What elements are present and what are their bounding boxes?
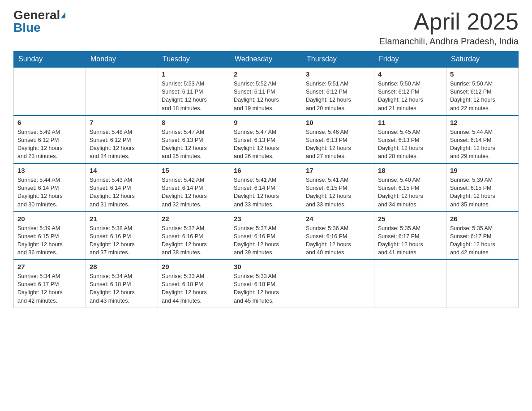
calendar-cell: 4Sunrise: 5:50 AM Sunset: 6:12 PM Daylig… <box>374 67 446 116</box>
day-number: 20 <box>17 215 82 223</box>
weekday-header-saturday: Saturday <box>446 51 519 68</box>
day-info: Sunrise: 5:38 AM Sunset: 6:16 PM Dayligh… <box>90 224 154 257</box>
calendar-cell: 27Sunrise: 5:34 AM Sunset: 6:17 PM Dayli… <box>14 260 86 308</box>
weekday-header-wednesday: Wednesday <box>230 51 302 68</box>
day-info: Sunrise: 5:43 AM Sunset: 6:14 PM Dayligh… <box>90 176 154 209</box>
day-info: Sunrise: 5:52 AM Sunset: 6:11 PM Dayligh… <box>234 80 298 112</box>
weekday-header-monday: Monday <box>86 51 158 68</box>
calendar-cell: 12Sunrise: 5:44 AM Sunset: 6:14 PM Dayli… <box>446 116 519 164</box>
day-info: Sunrise: 5:37 AM Sunset: 6:16 PM Dayligh… <box>162 224 226 257</box>
day-number: 1 <box>162 70 226 78</box>
week-row-3: 13Sunrise: 5:44 AM Sunset: 6:14 PM Dayli… <box>14 163 519 212</box>
day-info: Sunrise: 5:47 AM Sunset: 6:13 PM Dayligh… <box>234 128 298 161</box>
logo: General Blue <box>13 9 65 34</box>
day-number: 28 <box>90 263 154 270</box>
calendar-cell <box>86 67 158 116</box>
day-number: 24 <box>306 215 370 223</box>
day-number: 11 <box>378 119 442 126</box>
day-info: Sunrise: 5:40 AM Sunset: 6:15 PM Dayligh… <box>378 176 442 209</box>
logo-blue-text: Blue <box>13 21 41 34</box>
calendar-cell: 23Sunrise: 5:37 AM Sunset: 6:16 PM Dayli… <box>230 212 302 260</box>
day-number: 27 <box>17 263 82 270</box>
day-number: 19 <box>450 167 515 174</box>
calendar-cell: 5Sunrise: 5:50 AM Sunset: 6:12 PM Daylig… <box>446 67 519 116</box>
calendar-cell: 16Sunrise: 5:41 AM Sunset: 6:14 PM Dayli… <box>230 163 302 212</box>
month-title: April 2025 <box>379 9 519 34</box>
day-info: Sunrise: 5:35 AM Sunset: 6:17 PM Dayligh… <box>450 224 515 257</box>
page-header: General Blue April 2025 Elamanchili, And… <box>13 9 519 47</box>
calendar-cell: 25Sunrise: 5:35 AM Sunset: 6:17 PM Dayli… <box>374 212 446 260</box>
calendar-cell: 11Sunrise: 5:45 AM Sunset: 6:13 PM Dayli… <box>374 116 446 164</box>
title-section: April 2025 Elamanchili, Andhra Pradesh, … <box>379 9 519 47</box>
calendar-cell <box>302 260 374 308</box>
day-number: 3 <box>306 70 370 78</box>
day-info: Sunrise: 5:45 AM Sunset: 6:13 PM Dayligh… <box>378 128 442 161</box>
day-number: 26 <box>450 215 515 223</box>
day-number: 12 <box>450 119 515 126</box>
day-number: 15 <box>162 167 226 174</box>
day-info: Sunrise: 5:34 AM Sunset: 6:17 PM Dayligh… <box>17 272 82 305</box>
day-info: Sunrise: 5:39 AM Sunset: 6:15 PM Dayligh… <box>17 224 82 257</box>
calendar-cell <box>14 67 86 116</box>
calendar-cell: 8Sunrise: 5:47 AM Sunset: 6:13 PM Daylig… <box>158 116 230 164</box>
day-info: Sunrise: 5:44 AM Sunset: 6:14 PM Dayligh… <box>450 128 515 161</box>
week-row-5: 27Sunrise: 5:34 AM Sunset: 6:17 PM Dayli… <box>14 260 519 308</box>
day-info: Sunrise: 5:41 AM Sunset: 6:14 PM Dayligh… <box>234 176 298 209</box>
calendar-cell: 15Sunrise: 5:42 AM Sunset: 6:14 PM Dayli… <box>158 163 230 212</box>
day-number: 22 <box>162 215 226 223</box>
day-info: Sunrise: 5:50 AM Sunset: 6:12 PM Dayligh… <box>378 80 442 112</box>
day-number: 29 <box>162 263 226 270</box>
day-info: Sunrise: 5:37 AM Sunset: 6:16 PM Dayligh… <box>234 224 298 257</box>
weekday-header-sunday: Sunday <box>14 51 86 68</box>
calendar-table: SundayMondayTuesdayWednesdayThursdayFrid… <box>13 51 519 308</box>
day-number: 7 <box>90 119 154 126</box>
weekday-header-friday: Friday <box>374 51 446 68</box>
day-info: Sunrise: 5:33 AM Sunset: 6:18 PM Dayligh… <box>234 272 298 305</box>
day-number: 6 <box>17 119 82 126</box>
calendar-cell: 1Sunrise: 5:53 AM Sunset: 6:11 PM Daylig… <box>158 67 230 116</box>
location-title: Elamanchili, Andhra Pradesh, India <box>379 36 519 47</box>
calendar-cell <box>374 260 446 308</box>
day-number: 30 <box>234 263 298 270</box>
calendar-cell: 19Sunrise: 5:39 AM Sunset: 6:15 PM Dayli… <box>446 163 519 212</box>
calendar-cell: 6Sunrise: 5:49 AM Sunset: 6:12 PM Daylig… <box>14 116 86 164</box>
day-number: 16 <box>234 167 298 174</box>
day-info: Sunrise: 5:36 AM Sunset: 6:16 PM Dayligh… <box>306 224 370 257</box>
day-info: Sunrise: 5:41 AM Sunset: 6:15 PM Dayligh… <box>306 176 370 209</box>
calendar-cell: 2Sunrise: 5:52 AM Sunset: 6:11 PM Daylig… <box>230 67 302 116</box>
calendar-cell: 3Sunrise: 5:51 AM Sunset: 6:12 PM Daylig… <box>302 67 374 116</box>
calendar-cell: 21Sunrise: 5:38 AM Sunset: 6:16 PM Dayli… <box>86 212 158 260</box>
logo-general-text: General <box>13 9 60 21</box>
calendar-cell: 26Sunrise: 5:35 AM Sunset: 6:17 PM Dayli… <box>446 212 519 260</box>
day-info: Sunrise: 5:42 AM Sunset: 6:14 PM Dayligh… <box>162 176 226 209</box>
day-info: Sunrise: 5:46 AM Sunset: 6:13 PM Dayligh… <box>306 128 370 161</box>
day-info: Sunrise: 5:49 AM Sunset: 6:12 PM Dayligh… <box>17 128 82 161</box>
calendar-cell: 30Sunrise: 5:33 AM Sunset: 6:18 PM Dayli… <box>230 260 302 308</box>
day-number: 21 <box>90 215 154 223</box>
calendar-cell: 7Sunrise: 5:48 AM Sunset: 6:12 PM Daylig… <box>86 116 158 164</box>
day-number: 5 <box>450 70 515 78</box>
day-number: 2 <box>234 70 298 78</box>
day-info: Sunrise: 5:48 AM Sunset: 6:12 PM Dayligh… <box>90 128 154 161</box>
day-number: 23 <box>234 215 298 223</box>
day-info: Sunrise: 5:39 AM Sunset: 6:15 PM Dayligh… <box>450 176 515 209</box>
logo-triangle-icon <box>61 12 65 18</box>
weekday-header-row: SundayMondayTuesdayWednesdayThursdayFrid… <box>14 51 519 68</box>
day-info: Sunrise: 5:44 AM Sunset: 6:14 PM Dayligh… <box>17 176 82 209</box>
calendar-cell: 20Sunrise: 5:39 AM Sunset: 6:15 PM Dayli… <box>14 212 86 260</box>
day-info: Sunrise: 5:53 AM Sunset: 6:11 PM Dayligh… <box>162 80 226 112</box>
calendar-cell: 24Sunrise: 5:36 AM Sunset: 6:16 PM Dayli… <box>302 212 374 260</box>
day-info: Sunrise: 5:34 AM Sunset: 6:18 PM Dayligh… <box>90 272 154 305</box>
calendar-cell: 28Sunrise: 5:34 AM Sunset: 6:18 PM Dayli… <box>86 260 158 308</box>
day-number: 18 <box>378 167 442 174</box>
weekday-header-thursday: Thursday <box>302 51 374 68</box>
calendar-cell: 10Sunrise: 5:46 AM Sunset: 6:13 PM Dayli… <box>302 116 374 164</box>
calendar-cell: 29Sunrise: 5:33 AM Sunset: 6:18 PM Dayli… <box>158 260 230 308</box>
day-number: 14 <box>90 167 154 174</box>
day-number: 9 <box>234 119 298 126</box>
calendar-cell: 14Sunrise: 5:43 AM Sunset: 6:14 PM Dayli… <box>86 163 158 212</box>
calendar-cell <box>446 260 519 308</box>
day-info: Sunrise: 5:50 AM Sunset: 6:12 PM Dayligh… <box>450 80 515 112</box>
weekday-header-tuesday: Tuesday <box>158 51 230 68</box>
week-row-2: 6Sunrise: 5:49 AM Sunset: 6:12 PM Daylig… <box>14 116 519 164</box>
